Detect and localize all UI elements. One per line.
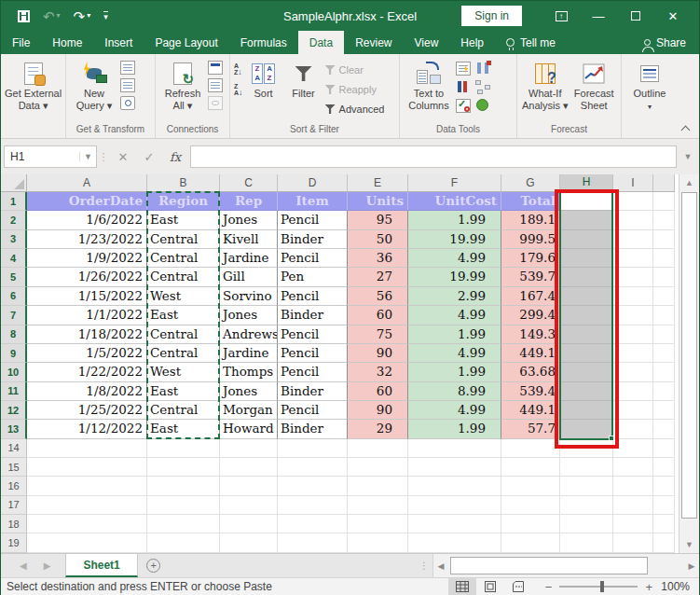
cell-B8[interactable]: Central — [147, 325, 220, 344]
cell-C8[interactable]: Andrews — [220, 325, 278, 344]
cell-E5[interactable]: 27 — [348, 268, 408, 286]
edit-links-button[interactable] — [208, 96, 223, 110]
cell-H14[interactable] — [560, 439, 613, 458]
cell-x2[interactable] — [653, 211, 675, 229]
cell-G14[interactable] — [501, 439, 560, 458]
cell-D14[interactable] — [278, 439, 348, 458]
scroll-up-icon[interactable]: ▲ — [679, 174, 699, 191]
cell-B16[interactable] — [147, 477, 220, 495]
cell-B6[interactable]: West — [147, 287, 220, 306]
forecast-sheet-button[interactable]: ForecastSheet — [570, 57, 617, 112]
cell-A6[interactable]: 1/15/2022 — [27, 287, 147, 306]
cell-F8[interactable]: 1.99 — [408, 325, 501, 344]
cell-D2[interactable]: Pencil — [278, 211, 348, 229]
cell-F15[interactable] — [408, 458, 501, 477]
previous-sheet-button[interactable]: ◀ — [20, 560, 27, 571]
cell-F12[interactable]: 4.99 — [408, 401, 501, 420]
cell-C13[interactable]: Howard — [220, 420, 278, 438]
cell-G6[interactable]: 167.4 — [501, 287, 560, 306]
cell-A12[interactable]: 1/25/2022 — [27, 401, 147, 420]
cell-G4[interactable]: 179.6 — [501, 249, 560, 268]
cell-H18[interactable] — [560, 515, 613, 533]
cell-E9[interactable]: 90 — [348, 344, 408, 363]
column-header-B[interactable]: B — [147, 174, 220, 192]
cell-I13[interactable] — [613, 420, 653, 438]
ribbon-tab-help[interactable]: Help — [449, 31, 495, 54]
cell-x19[interactable] — [653, 533, 675, 552]
cell-C11[interactable]: Jones — [220, 382, 278, 401]
zoom-out-button[interactable]: − — [545, 580, 553, 594]
cell-B14[interactable] — [147, 439, 220, 458]
cell-H3[interactable] — [560, 230, 613, 249]
sort-button[interactable]: ZA AZ Sort — [245, 57, 282, 100]
cell-A15[interactable] — [27, 458, 147, 477]
cell-C10[interactable]: Thomps — [220, 363, 278, 381]
cell-H6[interactable] — [560, 287, 613, 306]
cell-E2[interactable]: 95 — [348, 211, 408, 229]
cell-B12[interactable]: Central — [147, 401, 220, 420]
cell-C18[interactable] — [220, 515, 278, 533]
cell-x5[interactable] — [653, 268, 675, 286]
cell-x17[interactable] — [653, 496, 675, 515]
remove-duplicates-button[interactable] — [456, 80, 471, 94]
cell-x10[interactable] — [653, 363, 675, 381]
cell-x4[interactable] — [653, 249, 675, 268]
row-header-15[interactable]: 15 — [1, 458, 27, 477]
cell-G18[interactable] — [501, 515, 560, 533]
cell-F17[interactable] — [408, 496, 501, 515]
maximize-button[interactable] — [617, 1, 654, 31]
customize-qat-button[interactable]: ▾ — [103, 11, 108, 21]
cell-A19[interactable] — [27, 533, 147, 552]
cell-x13[interactable] — [653, 420, 675, 438]
cell-E13[interactable]: 29 — [348, 420, 408, 438]
horizontal-scrollbar[interactable]: ◀ ▶ — [432, 554, 699, 577]
row-header-11[interactable]: 11 — [1, 382, 27, 401]
column-header-F[interactable]: F — [408, 174, 501, 192]
cell-x18[interactable] — [653, 515, 675, 533]
consolidate-button[interactable] — [475, 62, 490, 76]
ribbon-tab-home[interactable]: Home — [41, 31, 93, 54]
cell-F14[interactable] — [408, 439, 501, 458]
cell-C3[interactable]: Kivell — [220, 230, 278, 249]
cell-I8[interactable] — [613, 325, 653, 344]
cell-A18[interactable] — [27, 515, 147, 533]
confirm-entry-button[interactable]: ✓ — [136, 145, 162, 168]
save-button[interactable] — [18, 10, 30, 22]
header-cell-rep[interactable]: Rep — [220, 192, 278, 211]
row-header-14[interactable]: 14 — [1, 439, 27, 458]
row-header-2[interactable]: 2 — [1, 211, 27, 229]
cell-D19[interactable] — [278, 533, 348, 552]
cell-B5[interactable]: Central — [147, 268, 220, 286]
normal-view-button[interactable] — [448, 578, 476, 595]
redo-button[interactable]: ↷▾ — [74, 9, 91, 23]
flash-fill-button[interactable] — [456, 62, 471, 76]
cell-H4[interactable] — [560, 249, 613, 268]
cell-x6[interactable] — [653, 287, 675, 306]
cell-E12[interactable]: 90 — [348, 401, 408, 420]
column-header-H[interactable]: H — [560, 174, 613, 192]
cell-D16[interactable] — [278, 477, 348, 495]
cell-C6[interactable]: Sorvino — [220, 287, 278, 306]
cell-E14[interactable] — [348, 439, 408, 458]
cell-E3[interactable]: 50 — [348, 230, 408, 249]
row-header-5[interactable]: 5 — [1, 268, 27, 286]
cell-A14[interactable] — [27, 439, 147, 458]
connections-button[interactable] — [208, 61, 223, 75]
name-box-dropdown-icon[interactable]: ▼ — [79, 152, 96, 161]
cell-H11[interactable] — [560, 382, 613, 401]
cell-B4[interactable]: Central — [147, 249, 220, 268]
row-header-3[interactable]: 3 — [1, 230, 27, 249]
what-if-analysis-button[interactable]: What-IfAnalysis ▾ — [521, 57, 569, 112]
cell-I7[interactable] — [613, 306, 653, 325]
cell-x14[interactable] — [653, 439, 675, 458]
cell-I9[interactable] — [613, 344, 653, 363]
insert-function-button[interactable]: fx — [162, 145, 188, 168]
cell-D12[interactable]: Pencil — [278, 401, 348, 420]
sort-ascending-button[interactable]: AZ↓ — [234, 62, 243, 76]
cell-B2[interactable]: East — [147, 211, 220, 229]
cell-I19[interactable] — [613, 533, 653, 552]
cell-G17[interactable] — [501, 496, 560, 515]
column-header-G[interactable]: G — [501, 174, 560, 192]
cell-x8[interactable] — [653, 325, 675, 344]
column-header-I[interactable]: I — [613, 174, 653, 192]
